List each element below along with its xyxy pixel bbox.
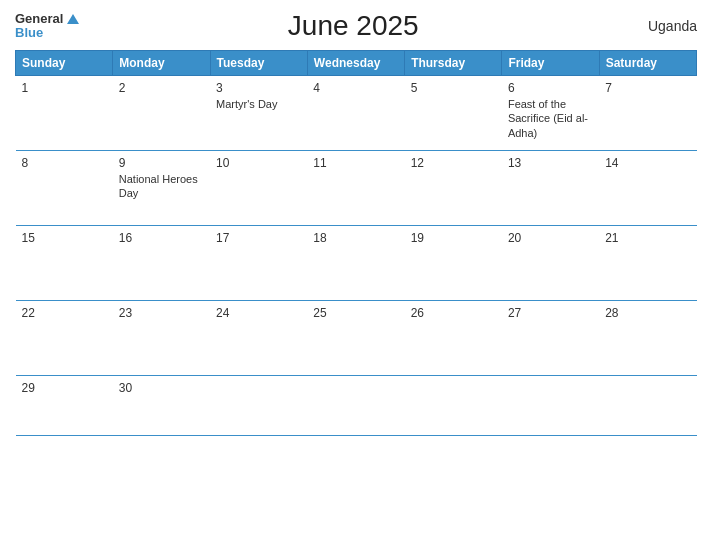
day-number: 22	[22, 306, 107, 320]
country-label: Uganda	[627, 18, 697, 34]
day-number: 2	[119, 81, 204, 95]
calendar-cell: 1	[16, 76, 113, 151]
calendar-cell: 15	[16, 226, 113, 301]
day-number: 4	[313, 81, 398, 95]
calendar-cell: 11	[307, 151, 404, 226]
calendar-cell: 9National Heroes Day	[113, 151, 210, 226]
calendar-cell: 30	[113, 376, 210, 436]
day-number: 10	[216, 156, 301, 170]
event-text: National Heroes Day	[119, 173, 198, 199]
calendar-cell: 19	[405, 226, 502, 301]
calendar-week-row: 2930	[16, 376, 697, 436]
calendar-cell: 8	[16, 151, 113, 226]
day-number: 12	[411, 156, 496, 170]
day-number: 29	[22, 381, 107, 395]
calendar-header-row: Sunday Monday Tuesday Wednesday Thursday…	[16, 51, 697, 76]
day-number: 15	[22, 231, 107, 245]
calendar-cell: 23	[113, 301, 210, 376]
col-header-sunday: Sunday	[16, 51, 113, 76]
calendar-cell: 21	[599, 226, 696, 301]
calendar-week-row: 123Martyr's Day456Feast of the Sacrifice…	[16, 76, 697, 151]
calendar-cell: 16	[113, 226, 210, 301]
day-number: 18	[313, 231, 398, 245]
day-number: 11	[313, 156, 398, 170]
day-number: 16	[119, 231, 204, 245]
calendar-cell: 4	[307, 76, 404, 151]
calendar-cell: 22	[16, 301, 113, 376]
calendar-cell	[405, 376, 502, 436]
header: General Blue June 2025 Uganda	[15, 10, 697, 42]
day-number: 6	[508, 81, 593, 95]
calendar-cell: 27	[502, 301, 599, 376]
event-text: Feast of the Sacrifice (Eid al-Adha)	[508, 98, 588, 139]
calendar-cell: 7	[599, 76, 696, 151]
day-number: 13	[508, 156, 593, 170]
day-number: 3	[216, 81, 301, 95]
calendar-cell: 26	[405, 301, 502, 376]
calendar-table: Sunday Monday Tuesday Wednesday Thursday…	[15, 50, 697, 436]
calendar-cell	[599, 376, 696, 436]
logo-triangle-icon	[67, 14, 79, 24]
day-number: 7	[605, 81, 690, 95]
calendar-cell: 10	[210, 151, 307, 226]
calendar-cell: 6Feast of the Sacrifice (Eid al-Adha)	[502, 76, 599, 151]
page-title: June 2025	[79, 10, 627, 42]
calendar-cell: 17	[210, 226, 307, 301]
col-header-tuesday: Tuesday	[210, 51, 307, 76]
event-text: Martyr's Day	[216, 98, 277, 110]
day-number: 28	[605, 306, 690, 320]
page: General Blue June 2025 Uganda Sunday Mon…	[0, 0, 712, 550]
calendar-cell: 3Martyr's Day	[210, 76, 307, 151]
calendar-cell: 5	[405, 76, 502, 151]
day-number: 23	[119, 306, 204, 320]
calendar-cell: 2	[113, 76, 210, 151]
col-header-monday: Monday	[113, 51, 210, 76]
calendar-cell	[502, 376, 599, 436]
col-header-wednesday: Wednesday	[307, 51, 404, 76]
calendar-cell: 18	[307, 226, 404, 301]
calendar-cell: 24	[210, 301, 307, 376]
calendar-cell: 14	[599, 151, 696, 226]
day-number: 17	[216, 231, 301, 245]
day-number: 26	[411, 306, 496, 320]
day-number: 9	[119, 156, 204, 170]
calendar-week-row: 89National Heroes Day1011121314	[16, 151, 697, 226]
col-header-saturday: Saturday	[599, 51, 696, 76]
calendar-cell: 28	[599, 301, 696, 376]
calendar-cell	[307, 376, 404, 436]
day-number: 8	[22, 156, 107, 170]
day-number: 21	[605, 231, 690, 245]
day-number: 30	[119, 381, 204, 395]
col-header-thursday: Thursday	[405, 51, 502, 76]
logo-general-text: General	[15, 12, 63, 26]
day-number: 14	[605, 156, 690, 170]
calendar-week-row: 15161718192021	[16, 226, 697, 301]
day-number: 19	[411, 231, 496, 245]
day-number: 1	[22, 81, 107, 95]
logo: General Blue	[15, 12, 79, 41]
logo-blue-text: Blue	[15, 26, 43, 40]
calendar-cell: 29	[16, 376, 113, 436]
day-number: 27	[508, 306, 593, 320]
calendar-week-row: 22232425262728	[16, 301, 697, 376]
day-number: 20	[508, 231, 593, 245]
calendar-cell: 13	[502, 151, 599, 226]
day-number: 25	[313, 306, 398, 320]
calendar-cell: 25	[307, 301, 404, 376]
calendar-cell	[210, 376, 307, 436]
calendar-cell: 20	[502, 226, 599, 301]
day-number: 5	[411, 81, 496, 95]
col-header-friday: Friday	[502, 51, 599, 76]
calendar-cell: 12	[405, 151, 502, 226]
day-number: 24	[216, 306, 301, 320]
